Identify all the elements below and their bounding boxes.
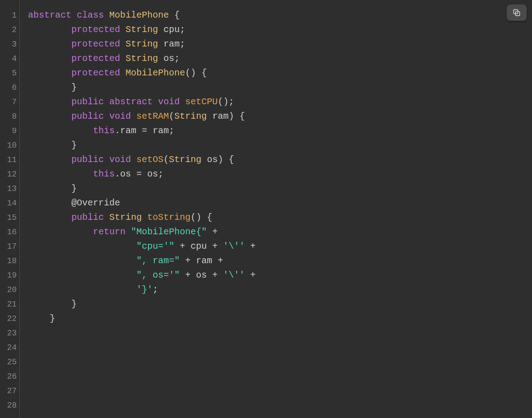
code-area[interactable]: abstract class MobilePhone { protected S… bbox=[20, 0, 532, 418]
code-line: } bbox=[28, 80, 532, 95]
line-number: 19 bbox=[0, 268, 17, 283]
code-line: } bbox=[28, 138, 532, 153]
code-line: protected String ram; bbox=[28, 37, 532, 51]
line-number: 26 bbox=[0, 369, 17, 384]
line-number: 3 bbox=[0, 37, 17, 51]
code-line: public void setRAM(String ram) { bbox=[28, 109, 532, 124]
line-number: 9 bbox=[0, 124, 17, 138]
copy-icon bbox=[512, 8, 521, 17]
line-number: 18 bbox=[0, 254, 17, 268]
code-line: return "MobilePhone{" + bbox=[28, 225, 532, 239]
line-number: 15 bbox=[0, 210, 17, 225]
line-number-gutter: 1234567891011121314151617181920212223242… bbox=[0, 0, 20, 418]
copy-button[interactable] bbox=[507, 5, 527, 21]
line-number: 24 bbox=[0, 340, 17, 355]
line-number: 28 bbox=[0, 398, 17, 413]
code-line: ", os='" + os + '\'' + bbox=[28, 268, 532, 283]
line-number: 4 bbox=[0, 51, 17, 66]
line-number: 10 bbox=[0, 138, 17, 153]
line-number: 11 bbox=[0, 153, 17, 167]
code-editor: 1234567891011121314151617181920212223242… bbox=[0, 0, 532, 418]
code-line: this.ram = ram; bbox=[28, 124, 532, 138]
line-number: 22 bbox=[0, 311, 17, 326]
line-number: 1 bbox=[0, 8, 17, 23]
line-number: 5 bbox=[0, 66, 17, 80]
line-number: 17 bbox=[0, 239, 17, 254]
line-number: 14 bbox=[0, 196, 17, 210]
code-line: '}'; bbox=[28, 283, 532, 297]
code-line: @Override bbox=[28, 196, 532, 210]
line-number: 21 bbox=[0, 297, 17, 311]
code-line: "cpu='" + cpu + '\'' + bbox=[28, 239, 532, 254]
code-line: abstract class MobilePhone { bbox=[28, 8, 532, 23]
code-line: } bbox=[28, 181, 532, 196]
code-line: this.os = os; bbox=[28, 167, 532, 181]
line-number: 13 bbox=[0, 181, 17, 196]
line-number: 20 bbox=[0, 283, 17, 297]
line-number: 23 bbox=[0, 326, 17, 340]
line-number: 12 bbox=[0, 167, 17, 181]
code-line: public String toString() { bbox=[28, 210, 532, 225]
line-number: 7 bbox=[0, 95, 17, 109]
line-number: 25 bbox=[0, 355, 17, 369]
code-line: protected String cpu; bbox=[28, 23, 532, 37]
code-line: public void setOS(String os) { bbox=[28, 153, 532, 167]
code-line: protected MobilePhone() { bbox=[28, 66, 532, 80]
line-number: 6 bbox=[0, 80, 17, 95]
code-line: } bbox=[28, 297, 532, 311]
line-number: 2 bbox=[0, 23, 17, 37]
line-number: 27 bbox=[0, 384, 17, 398]
code-line: } bbox=[28, 311, 532, 326]
code-line: public abstract void setCPU(); bbox=[28, 95, 532, 109]
line-number: 16 bbox=[0, 225, 17, 239]
code-line: protected String os; bbox=[28, 51, 532, 66]
code-line: ", ram=" + ram + bbox=[28, 254, 532, 268]
line-number: 8 bbox=[0, 109, 17, 124]
